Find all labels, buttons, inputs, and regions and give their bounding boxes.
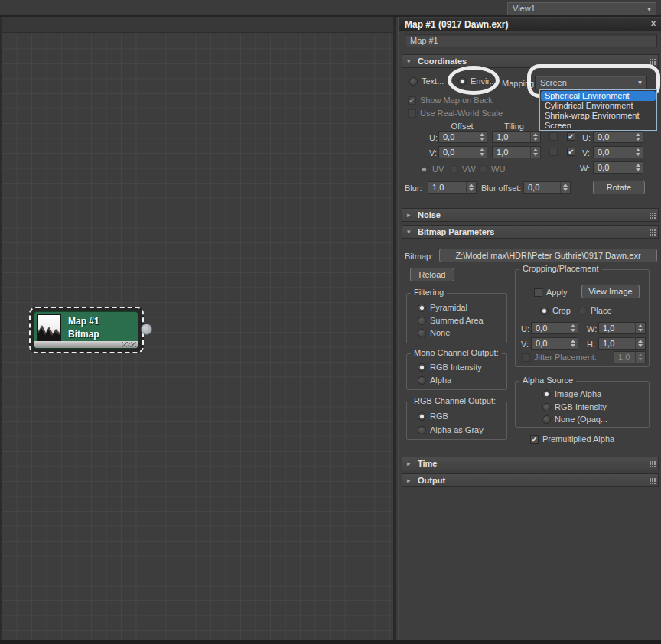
radio-place[interactable]	[578, 307, 587, 315]
radio-mono-alpha[interactable]	[418, 376, 426, 385]
spinner-arrows[interactable]	[466, 182, 476, 193]
spinner-up-arrow[interactable]	[636, 148, 640, 151]
spinner-up-arrow[interactable]	[638, 340, 643, 343]
spinner-arrows[interactable]	[635, 323, 645, 333]
checkbox-use-real-world-scale[interactable]	[408, 109, 416, 118]
tiling-u-spinner[interactable]: 1,0	[492, 131, 541, 143]
angle-u-spinner[interactable]: 0,0	[593, 131, 643, 143]
material-name-field[interactable]: Map #1	[405, 34, 657, 47]
radio-uv[interactable]	[420, 165, 428, 174]
spinner-down-arrow[interactable]	[636, 138, 640, 141]
spinner-up-arrow[interactable]	[636, 133, 640, 136]
radio-texture[interactable]	[409, 77, 418, 86]
rollout-grip-icon[interactable]	[650, 213, 651, 214]
spinner-up-arrow[interactable]	[638, 353, 643, 356]
tiling-v-spinner[interactable]: 1,0	[492, 146, 541, 158]
crop-h-spinner[interactable]: 1,0	[598, 337, 646, 350]
spinner-up-arrow[interactable]	[636, 164, 640, 167]
close-icon[interactable]: x	[651, 18, 656, 28]
dropdown-option-spherical[interactable]: Spherical Environment	[541, 91, 656, 101]
bitmap-node-body[interactable]: Map #1 Bitmap	[34, 311, 138, 349]
view-tab-selector[interactable]: View1 ▾	[507, 2, 656, 15]
radio-mono-rgb-intensity[interactable]	[418, 363, 426, 372]
spinner-down-arrow[interactable]	[480, 138, 484, 141]
panel-title-bar[interactable]: Map #1 (0917 Dawn.exr) x	[399, 18, 661, 31]
radio-environ[interactable]	[458, 77, 467, 86]
node-output-socket[interactable]	[141, 324, 152, 335]
radio-alpha-rgb-intensity[interactable]	[542, 403, 551, 411]
radio-wu[interactable]	[479, 165, 487, 174]
node-view-canvas[interactable]: Map #1 Bitmap	[0, 17, 396, 640]
spinner-arrows[interactable]	[633, 147, 643, 158]
radio-summed-area[interactable]	[418, 317, 426, 325]
angle-v-spinner[interactable]: 0,0	[593, 146, 643, 158]
rollout-bitmap-parameters[interactable]: ▾ Bitmap Parameters	[402, 225, 659, 239]
radio-filter-none[interactable]	[418, 329, 426, 337]
spinner-down-arrow[interactable]	[480, 153, 484, 156]
spinner-up-arrow[interactable]	[480, 148, 484, 151]
rollout-noise[interactable]: ▸ Noise	[402, 208, 659, 222]
spinner-up-arrow[interactable]	[563, 184, 568, 187]
jitter-placement-spinner[interactable]: 1,0	[614, 351, 646, 363]
spinner-down-arrow[interactable]	[638, 344, 643, 347]
radio-pyramidal[interactable]	[418, 304, 426, 312]
checkbox-premultiplied-alpha[interactable]: ✔	[530, 435, 539, 444]
rollout-grip-icon[interactable]	[650, 59, 651, 60]
spinner-down-arrow[interactable]	[533, 153, 538, 156]
spinner-up-arrow[interactable]	[533, 133, 538, 136]
spinner-arrows[interactable]	[477, 132, 487, 142]
spinner-up-arrow[interactable]	[571, 324, 575, 327]
radio-rgb[interactable]	[418, 412, 426, 421]
spinner-arrows[interactable]	[633, 132, 643, 142]
checkbox-tile-v[interactable]: ✔	[567, 148, 575, 156]
rollout-grip-icon[interactable]	[650, 229, 651, 231]
rollout-output[interactable]: ▸ Output	[402, 473, 659, 487]
checkbox-tile-u[interactable]: ✔	[567, 132, 575, 141]
checkbox-show-map-on-back[interactable]: ✔	[408, 96, 416, 105]
spinner-up-arrow[interactable]	[480, 133, 484, 136]
spinner-down-arrow[interactable]	[469, 188, 474, 191]
radio-alpha-as-gray[interactable]	[418, 426, 426, 434]
rotate-button[interactable]: Rotate	[593, 181, 645, 194]
rollout-time[interactable]: ▸ Time	[402, 457, 659, 470]
checkbox-mirror-u[interactable]	[549, 132, 558, 141]
bitmap-node-selected[interactable]: Map #1 Bitmap	[29, 307, 144, 353]
spinner-down-arrow[interactable]	[638, 329, 643, 332]
spinner-arrows[interactable]	[568, 323, 578, 333]
spinner-down-arrow[interactable]	[533, 138, 538, 141]
spinner-up-arrow[interactable]	[571, 340, 575, 343]
radio-image-alpha[interactable]	[542, 390, 551, 398]
spinner-arrows[interactable]	[635, 338, 645, 349]
mapping-combobox[interactable]: Screen ▾	[535, 76, 647, 89]
offset-v-spinner[interactable]: 0,0	[438, 146, 487, 158]
blur-spinner[interactable]: 1,0	[428, 181, 477, 194]
spinner-arrows[interactable]	[560, 182, 570, 193]
crop-v-spinner[interactable]: 0,0	[531, 337, 578, 350]
checkbox-jitter-placement[interactable]	[522, 353, 530, 362]
crop-w-spinner[interactable]: 1,0	[598, 322, 646, 334]
dropdown-option-screen[interactable]: Screen	[541, 121, 656, 131]
spinner-arrows[interactable]	[530, 132, 540, 142]
spinner-down-arrow[interactable]	[636, 153, 640, 156]
spinner-down-arrow[interactable]	[638, 358, 643, 361]
spinner-arrows[interactable]	[477, 147, 487, 158]
checkbox-mirror-v[interactable]	[549, 148, 558, 156]
spinner-up-arrow[interactable]	[533, 148, 538, 151]
spinner-down-arrow[interactable]	[636, 168, 640, 171]
rollout-grip-icon[interactable]	[650, 461, 651, 463]
radio-crop[interactable]	[540, 307, 549, 315]
spinner-arrows[interactable]	[633, 162, 643, 173]
dropdown-option-cylindrical[interactable]: Cylindrical Environment	[541, 101, 656, 111]
spinner-down-arrow[interactable]	[563, 188, 568, 191]
spinner-arrows[interactable]	[568, 338, 578, 349]
spinner-up-arrow[interactable]	[638, 324, 643, 327]
spinner-down-arrow[interactable]	[571, 329, 575, 332]
crop-u-spinner[interactable]: 0,0	[531, 322, 578, 334]
rollout-grip-icon[interactable]	[650, 478, 651, 480]
angle-w-spinner[interactable]: 0,0	[593, 161, 643, 174]
checkbox-apply[interactable]	[534, 288, 542, 297]
rollout-coordinates[interactable]: ▾ Coordinates	[402, 54, 659, 68]
dropdown-option-shrinkwrap[interactable]: Shrink-wrap Environment	[541, 111, 656, 121]
radio-vw[interactable]	[450, 165, 458, 174]
spinner-arrows[interactable]	[530, 147, 540, 158]
